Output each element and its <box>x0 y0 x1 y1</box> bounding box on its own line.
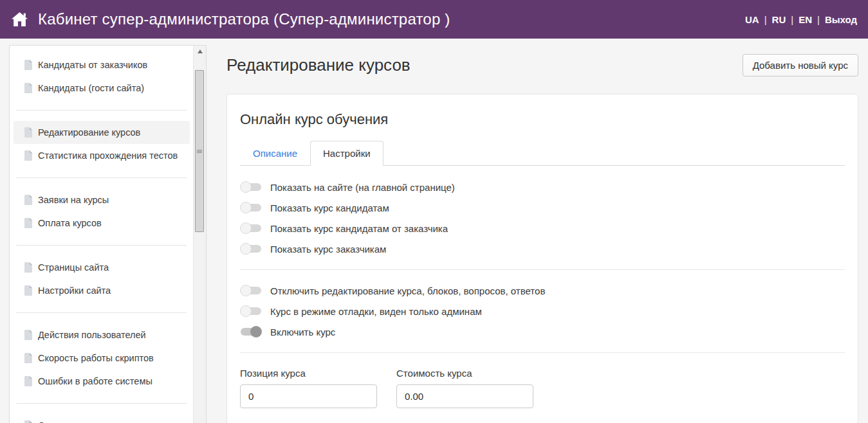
divider <box>16 312 187 313</box>
course-price-input[interactable] <box>396 384 533 408</box>
divider <box>16 403 187 404</box>
field-label: Стоимость курса <box>396 368 533 379</box>
fields-row: Позиция курса Стоимость курса <box>240 368 845 408</box>
tab-bar: Описание Настройки <box>240 141 845 166</box>
toggle-show-customer-candidates[interactable] <box>240 222 262 234</box>
toggle-show-customers[interactable] <box>240 243 262 255</box>
document-icon <box>24 60 33 70</box>
sidebar-menu: Кандидаты от заказчиков Кандидаты (гости… <box>10 46 193 423</box>
home-icon-glyph <box>12 12 28 26</box>
sidebar-item-label: Ошибки в работе системы <box>38 376 152 386</box>
tab-settings[interactable]: Настройки <box>310 141 383 166</box>
add-course-button[interactable]: Добавить новый курс <box>743 54 858 76</box>
sidebar-scrollbar[interactable] <box>193 46 206 423</box>
lang-en-link[interactable]: EN <box>799 14 812 25</box>
sidebar: Кандидаты от заказчиков Кандидаты (гости… <box>9 45 207 423</box>
document-icon <box>24 376 33 386</box>
sidebar-item-label: Действия пользователей <box>38 330 146 340</box>
document-icon <box>24 218 33 228</box>
sidebar-item-label: Страницы сайта <box>38 262 109 273</box>
toggle-debug-mode[interactable] <box>240 305 262 317</box>
field-label: Позиция курса <box>240 368 377 379</box>
sidebar-item-test-statistics[interactable]: Статистика прохождения тестов <box>14 144 190 167</box>
header-links: UA | RU | EN | Выход <box>745 14 857 25</box>
app-title: Кабинет супер-администратора (Супер-адми… <box>38 10 745 28</box>
separator: | <box>764 14 767 25</box>
sidebar-item-site-pages[interactable]: Страницы сайта <box>14 256 190 279</box>
course-position-input[interactable] <box>240 384 377 408</box>
sidebar-item-label: Скорость работы скриптов <box>38 353 154 363</box>
document-icon <box>24 150 33 161</box>
toggle-row-show-on-site: Показать на сайте (на главной странице) <box>240 181 845 193</box>
lang-ru-link[interactable]: RU <box>772 14 786 25</box>
scroll-up-arrow-icon[interactable] <box>194 46 206 57</box>
toggle-row-enable-course: Включить курс <box>240 326 845 338</box>
sidebar-item-label: Редактирование курсов <box>38 127 140 138</box>
separator: | <box>791 14 793 25</box>
sidebar-item-script-speed[interactable]: Скорость работы скриптов <box>14 346 190 370</box>
toggle-row-show-candidates: Показать курс кандидатам <box>240 202 845 213</box>
course-position-field: Позиция курса <box>240 368 377 408</box>
toggle-label: Отключить редактирование курса, блоков, … <box>270 285 545 296</box>
lang-ua-link[interactable]: UA <box>745 14 759 25</box>
document-icon <box>24 285 33 296</box>
top-header: Кабинет супер-администратора (Супер-адми… <box>0 0 868 39</box>
sidebar-item-label: Супер-администраторы <box>38 420 141 423</box>
sidebar-item-course-editing[interactable]: Редактирование курсов <box>14 121 190 144</box>
document-icon <box>24 195 33 205</box>
toggle-row-disable-editing: Отключить редактирование курса, блоков, … <box>240 285 845 296</box>
tab-description[interactable]: Описание <box>240 141 310 166</box>
divider <box>16 110 187 111</box>
divider <box>16 177 187 178</box>
toggle-label: Показать на сайте (на главной странице) <box>270 182 455 193</box>
page-title: Редактирование курсов <box>226 53 411 77</box>
sidebar-item-label: Заявки на курсы <box>38 195 109 205</box>
sidebar-item-user-actions[interactable]: Действия пользователей <box>14 323 190 346</box>
divider <box>240 352 845 353</box>
toggle-enable-course[interactable] <box>240 326 262 338</box>
page-header-row: Редактирование курсов Добавить новый кур… <box>226 53 858 77</box>
document-icon <box>24 420 33 423</box>
sidebar-item-label: Настройки сайта <box>38 285 111 296</box>
toggle-label: Показать курс кандидатам <box>270 203 389 213</box>
logout-link[interactable]: Выход <box>825 14 857 25</box>
course-title: Онлайн курс обучения <box>240 111 845 128</box>
toggle-label: Включить курс <box>270 327 335 338</box>
sidebar-item-label: Кандидаты (гости сайта) <box>38 83 144 93</box>
home-icon[interactable] <box>12 12 28 26</box>
toggle-row-debug-mode: Курс в режиме отладки, виден только адми… <box>240 305 845 317</box>
scrollbar-grip-icon <box>197 149 202 154</box>
divider <box>16 245 187 246</box>
divider <box>240 269 845 270</box>
toggle-show-on-site[interactable] <box>240 181 262 193</box>
sidebar-item-label: Оплата курсов <box>38 218 102 228</box>
course-price-field: Стоимость курса <box>396 368 533 408</box>
sidebar-item-site-settings[interactable]: Настройки сайта <box>14 279 190 302</box>
document-icon <box>24 83 33 93</box>
toggle-label: Показать курс кандидатам от заказчика <box>270 223 448 234</box>
document-icon <box>24 353 33 363</box>
scrollbar-thumb[interactable] <box>195 70 204 232</box>
document-icon <box>24 127 33 138</box>
separator: | <box>817 14 820 25</box>
toggle-show-candidates[interactable] <box>240 202 262 213</box>
sidebar-item-label: Статистика прохождения тестов <box>38 150 178 161</box>
toggle-label: Курс в режиме отладки, виден только адми… <box>270 306 482 317</box>
sidebar-item-candidates-guests[interactable]: Кандидаты (гости сайта) <box>14 76 190 100</box>
toggle-disable-editing[interactable] <box>240 285 262 296</box>
main-content: Редактирование курсов Добавить новый кур… <box>226 39 858 423</box>
sidebar-item-label: Кандидаты от заказчиков <box>38 60 147 70</box>
toggle-label: Показать курс заказчикам <box>270 244 386 255</box>
sidebar-item-super-admins[interactable]: Супер-администраторы <box>14 414 190 423</box>
sidebar-item-system-errors[interactable]: Ошибки в работе системы <box>14 370 190 393</box>
sidebar-item-course-requests[interactable]: Заявки на курсы <box>14 188 190 212</box>
settings-tab-panel: Показать на сайте (на главной странице) … <box>240 166 845 408</box>
toggle-row-show-customers: Показать курс заказчикам <box>240 243 845 255</box>
course-card: Онлайн курс обучения Описание Настройки … <box>226 94 858 423</box>
sidebar-item-candidates-customers[interactable]: Кандидаты от заказчиков <box>14 53 190 76</box>
document-icon <box>24 330 33 340</box>
toggle-row-show-customer-candidates: Показать курс кандидатам от заказчика <box>240 222 845 234</box>
document-icon <box>24 262 33 273</box>
sidebar-item-course-payments[interactable]: Оплата курсов <box>14 212 190 235</box>
